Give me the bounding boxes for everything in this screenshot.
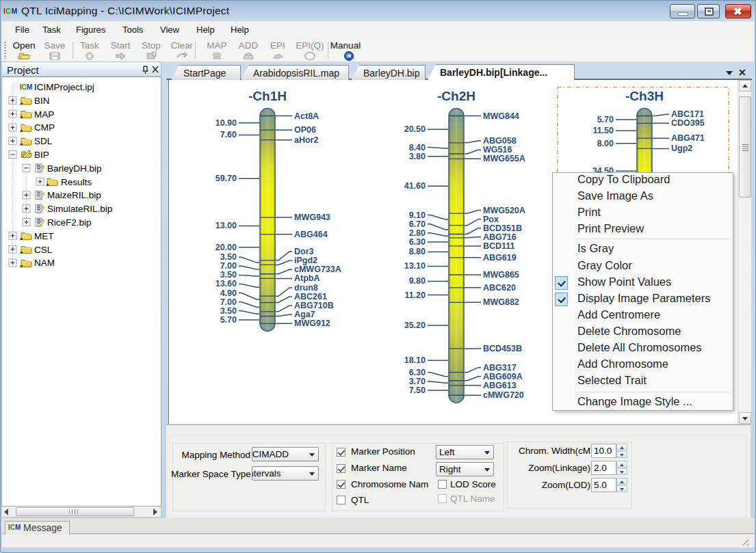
svg-text:MWG844: MWG844 bbox=[483, 111, 519, 121]
svg-text:6.30: 6.30 bbox=[409, 368, 426, 377]
svg-text:4.90: 4.90 bbox=[220, 288, 237, 298]
svg-text:MWG520A: MWG520A bbox=[483, 206, 525, 215]
svg-text:cMWG733A: cMWG733A bbox=[294, 265, 341, 274]
svg-text:11.20: 11.20 bbox=[404, 291, 426, 300]
svg-text:18.10: 18.10 bbox=[404, 355, 426, 365]
svg-text:Results: Results bbox=[61, 177, 92, 187]
svg-text:ABG710B: ABG710B bbox=[294, 301, 334, 310]
svg-text:CMP: CMP bbox=[34, 122, 55, 133]
svg-text:RiceF2.bip: RiceF2.bip bbox=[47, 217, 92, 228]
svg-text:3.80: 3.80 bbox=[409, 152, 426, 161]
svg-text:13.00: 13.00 bbox=[216, 221, 237, 230]
svg-text:OP06: OP06 bbox=[294, 125, 316, 135]
svg-text:11.50: 11.50 bbox=[592, 126, 614, 135]
svg-text:ABG619: ABG619 bbox=[483, 253, 517, 262]
svg-text:BCD111: BCD111 bbox=[483, 241, 515, 251]
svg-text:10.90: 10.90 bbox=[216, 118, 237, 128]
svg-text:-Ch1H: -Ch1H bbox=[248, 89, 287, 103]
svg-text:MWG943: MWG943 bbox=[294, 213, 330, 222]
svg-text:41.60: 41.60 bbox=[404, 181, 426, 191]
svg-text:2.80: 2.80 bbox=[409, 228, 426, 238]
svg-text:BCD453B: BCD453B bbox=[483, 344, 522, 353]
svg-text:MWG655A: MWG655A bbox=[483, 154, 525, 163]
svg-text:5.70: 5.70 bbox=[220, 315, 237, 325]
svg-text:7.00: 7.00 bbox=[220, 297, 237, 307]
svg-text:8.80: 8.80 bbox=[409, 247, 426, 256]
svg-text:ABG471: ABG471 bbox=[671, 133, 705, 143]
svg-text:Dor3: Dor3 bbox=[294, 247, 314, 256]
svg-text:MWG865: MWG865 bbox=[483, 270, 519, 280]
svg-text:ABC171: ABC171 bbox=[671, 109, 704, 119]
svg-text:59.70: 59.70 bbox=[216, 174, 237, 183]
svg-text:3.50: 3.50 bbox=[220, 270, 237, 280]
svg-text:7.60: 7.60 bbox=[220, 130, 237, 139]
svg-text:8.40: 8.40 bbox=[409, 143, 426, 152]
svg-text:ABG613: ABG613 bbox=[483, 381, 517, 390]
svg-text:ABG609A: ABG609A bbox=[483, 372, 523, 381]
svg-text:35.20: 35.20 bbox=[404, 321, 426, 330]
svg-text:MaizeRIL.bip: MaizeRIL.bip bbox=[47, 190, 101, 200]
svg-text:BIN: BIN bbox=[34, 96, 50, 106]
svg-text:8.00: 8.00 bbox=[597, 139, 614, 148]
svg-text:ABC620: ABC620 bbox=[483, 283, 516, 293]
svg-text:20.00: 20.00 bbox=[216, 243, 237, 252]
svg-text:CDO395: CDO395 bbox=[671, 118, 705, 128]
svg-text:-Ch2H: -Ch2H bbox=[437, 89, 475, 103]
svg-text:SimulateRIL.bip: SimulateRIL.bip bbox=[47, 204, 112, 214]
svg-text:ABC261: ABC261 bbox=[294, 292, 327, 301]
svg-text:3.50: 3.50 bbox=[220, 306, 237, 316]
svg-text:BIP: BIP bbox=[34, 150, 49, 160]
svg-text:SDL: SDL bbox=[34, 136, 53, 146]
svg-text:ABG317: ABG317 bbox=[483, 363, 517, 373]
svg-text:cMWG720: cMWG720 bbox=[483, 390, 524, 400]
svg-text:3.50: 3.50 bbox=[220, 252, 237, 262]
svg-text:6.70: 6.70 bbox=[409, 219, 426, 229]
svg-text:ABG716: ABG716 bbox=[483, 232, 517, 242]
svg-text:9.10: 9.10 bbox=[409, 211, 426, 220]
svg-text:drun8: drun8 bbox=[294, 283, 318, 293]
svg-text:9.80: 9.80 bbox=[409, 276, 426, 286]
svg-text:6.30: 6.30 bbox=[409, 237, 426, 247]
svg-text:7.00: 7.00 bbox=[220, 261, 237, 271]
svg-text:aHor2: aHor2 bbox=[294, 135, 318, 145]
svg-text:NAM: NAM bbox=[34, 258, 55, 268]
svg-text:MAP: MAP bbox=[34, 109, 54, 120]
svg-text:13.10: 13.10 bbox=[404, 261, 426, 271]
svg-text:BarleyDH.bip: BarleyDH.bip bbox=[47, 163, 102, 174]
svg-text:iPgd2: iPgd2 bbox=[294, 256, 317, 265]
svg-text:AtpbA: AtpbA bbox=[294, 273, 320, 283]
svg-text:MET: MET bbox=[34, 231, 54, 241]
svg-text:CSL: CSL bbox=[34, 245, 53, 255]
svg-text:BCD351B: BCD351B bbox=[483, 224, 522, 233]
svg-text:7.50: 7.50 bbox=[409, 386, 426, 395]
svg-text:Pox: Pox bbox=[483, 215, 499, 224]
svg-text:M: M bbox=[27, 83, 32, 91]
svg-text:20.50: 20.50 bbox=[404, 124, 426, 134]
svg-text:ICIMProject.ipj: ICIMProject.ipj bbox=[34, 82, 94, 92]
svg-text:ABG464: ABG464 bbox=[294, 230, 328, 239]
svg-text:WG516: WG516 bbox=[483, 145, 512, 154]
svg-text:3.70: 3.70 bbox=[409, 377, 426, 386]
svg-text:MWG912: MWG912 bbox=[294, 319, 330, 328]
svg-text:Aga7: Aga7 bbox=[294, 310, 315, 319]
svg-text:Ugp2: Ugp2 bbox=[671, 144, 692, 153]
svg-text:ABG058: ABG058 bbox=[483, 136, 517, 146]
svg-text:Act8A: Act8A bbox=[294, 111, 319, 121]
svg-text:13.60: 13.60 bbox=[216, 279, 237, 288]
svg-text:-Ch3H: -Ch3H bbox=[625, 89, 664, 103]
svg-text:MWG882: MWG882 bbox=[483, 297, 519, 307]
svg-text:5.70: 5.70 bbox=[597, 115, 614, 124]
